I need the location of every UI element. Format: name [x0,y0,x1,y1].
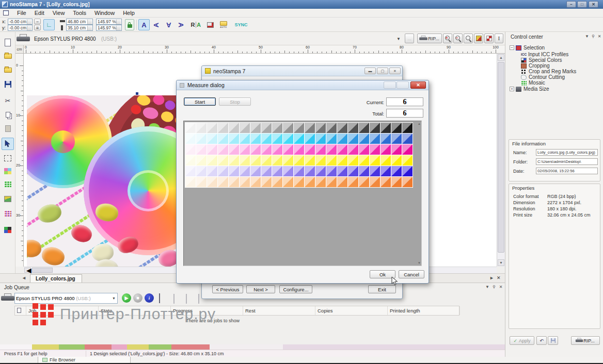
color-swatch-magenta-17[interactable] [370,144,380,155]
color-swatch-black-10[interactable] [294,123,304,133]
tree-item-mosaic[interactable]: Mosaic [521,80,603,86]
color-swatch-orange-12[interactable] [315,177,326,187]
color-swatch-violet-12[interactable] [315,166,326,176]
palette-tool-button[interactable] [2,207,14,220]
color-swatch-black-18[interactable] [380,123,391,133]
color-swatch-yellow-20[interactable] [402,155,412,166]
menu-edit[interactable]: Edit [30,9,49,16]
color-swatch-black-2[interactable] [207,123,217,133]
color-swatch-orange-16[interactable] [359,177,369,187]
job-queue-close-icon[interactable]: ✕ [498,285,504,289]
color-swatch-magenta-5[interactable] [240,144,250,155]
color-swatch-violet-5[interactable] [240,166,250,176]
color-swatch-yellow-10[interactable] [294,155,304,166]
color-swatch-cyan-5[interactable] [240,134,250,144]
color-swatch-yellow-15[interactable] [348,155,358,166]
stop-queue-button[interactable]: ■ [133,293,142,303]
tree-item-crop-and-reg-marks[interactable]: Crop and Reg Marks [521,69,603,74]
color-swatch-magenta-2[interactable] [207,144,217,155]
color-swatch-violet-1[interactable] [196,166,207,176]
color-swatch-magenta-15[interactable] [348,144,358,155]
lock-aspect-button[interactable] [125,19,134,30]
color-swatch-violet-7[interactable] [261,166,272,176]
color-swatch-orange-3[interactable] [218,177,228,187]
color-swatch-black-12[interactable] [315,123,326,133]
file-browser-tab[interactable]: File Browser [38,357,131,363]
color-swatch-yellow-18[interactable] [380,155,391,166]
color-swatch-magenta-3[interactable] [218,144,228,155]
color-swatch-orange-19[interactable] [391,177,402,187]
rotate-0-button[interactable]: A [138,19,150,30]
menu-view[interactable]: View [49,9,69,16]
color-swatch-cyan-20[interactable] [402,134,412,144]
panel-rip-button[interactable]: RIP... [571,336,600,345]
zoom-out-button[interactable]: − [453,34,463,43]
save-settings-button[interactable] [548,336,558,345]
color-swatch-orange-0[interactable] [185,177,196,187]
color-swatch-cyan-3[interactable] [218,134,228,144]
tree-item-cropping[interactable]: Cropping [521,63,603,69]
color-swatch-yellow-16[interactable] [359,155,369,166]
color-swatch-orange-17[interactable] [370,177,380,187]
color-swatch-violet-17[interactable] [370,166,380,176]
collapse-icon[interactable]: − [510,45,514,50]
color-swatch-black-11[interactable] [305,123,315,133]
color-swatch-cyan-12[interactable] [315,134,326,144]
rip-button[interactable]: RIP... [417,34,442,43]
color-swatch-violet-6[interactable] [250,166,261,176]
color-swatch-yellow-8[interactable] [272,155,282,166]
color-swatch-magenta-13[interactable] [326,144,337,155]
color-swatch-yellow-11[interactable] [305,155,315,166]
color-swatch-orange-8[interactable] [272,177,282,187]
control-center-close-icon[interactable]: ✕ [596,34,602,39]
color-swatch-magenta-12[interactable] [315,144,326,155]
delete-job-button[interactable] [198,294,199,304]
apply-button[interactable]: ✓ Apply [510,336,534,345]
color-swatch-orange-4[interactable] [229,177,239,187]
color-swatch-yellow-1[interactable] [196,155,207,166]
ok-button[interactable]: Ok [370,270,395,278]
zoom-in-button[interactable]: + [443,34,452,43]
color-swatch-yellow-0[interactable] [185,155,196,166]
color-swatch-magenta-19[interactable] [391,144,402,155]
color-swatch-magenta-0[interactable] [185,144,196,155]
color-swatch-violet-19[interactable] [391,166,402,176]
column-rest[interactable]: Rest [243,306,315,315]
color-swatch-orange-11[interactable] [305,177,315,187]
color-swatch-black-20[interactable] [402,123,412,133]
color-swatch-cyan-16[interactable] [359,134,369,144]
vertical-scroll-thumb[interactable] [498,62,504,253]
color-swatch-yellow-14[interactable] [337,155,347,166]
color-swatch-magenta-14[interactable] [337,144,347,155]
color-swatch-cyan-6[interactable] [250,134,261,144]
color-swatch-cyan-8[interactable] [272,134,282,144]
width-scale-input[interactable]: 145.97 % [96,19,122,25]
color-swatch-violet-8[interactable] [272,166,282,176]
copy-button[interactable] [2,108,14,121]
color-swatch-yellow-9[interactable] [283,155,293,166]
resume-job-button[interactable] [186,294,187,304]
color-swatch-black-14[interactable] [337,123,347,133]
color-swatch-magenta-10[interactable] [294,144,304,155]
wizard-minimize-icon[interactable]: ▬ [364,68,376,74]
select-tool-button[interactable] [2,138,14,150]
cancel-button[interactable]: Cancel [399,270,424,278]
new-document-button[interactable] [2,36,14,48]
color-swatch-magenta-9[interactable] [283,144,293,155]
color-swatch-yellow-7[interactable] [261,155,272,166]
origin-tool-button[interactable]: ∟ [43,19,55,30]
color-swatch-yellow-19[interactable] [391,155,402,166]
color-swatch-black-0[interactable] [185,123,196,133]
measure-tool-button[interactable]: I [495,34,503,43]
color-swatch-cyan-9[interactable] [283,134,293,144]
color-swatch-orange-14[interactable] [337,177,347,187]
color-swatch-black-15[interactable] [348,123,358,133]
menu-window[interactable]: Window [90,9,119,16]
swatch-scroll-up-icon[interactable]: ▲ [418,122,421,125]
color-swatch-orange-18[interactable] [380,177,391,187]
color-swatch-magenta-16[interactable] [359,144,369,155]
x-position-input[interactable]: -0.00 cm [8,19,33,25]
rotate-270-button[interactable]: A [176,19,187,30]
swatch-scroll-down-icon[interactable]: ▼ [418,261,421,264]
next-button[interactable]: Next > [246,285,275,293]
